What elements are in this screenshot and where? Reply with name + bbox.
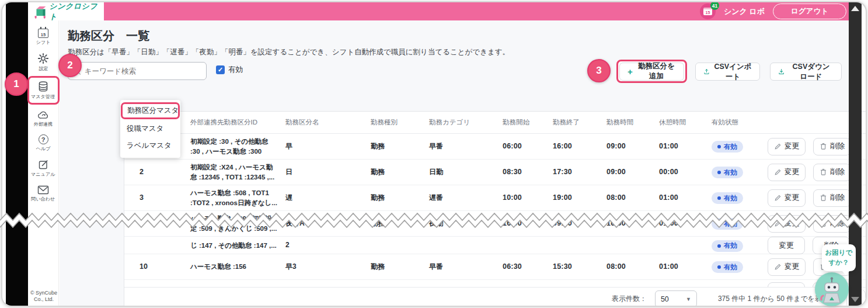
status-badge: 有効 bbox=[712, 141, 743, 153]
header-name: 勤務区分名 bbox=[285, 118, 371, 127]
help-icon: ? bbox=[39, 134, 48, 144]
cell-hours: 08:00 bbox=[606, 192, 659, 203]
cell-category: 遅番 bbox=[429, 193, 503, 203]
sidebar-item-shift[interactable]: 15 シフト bbox=[29, 25, 58, 50]
filter-label: 有効 bbox=[228, 65, 243, 75]
edit-button[interactable]: 変更 bbox=[768, 138, 806, 155]
upload-icon bbox=[703, 67, 710, 76]
trash-icon bbox=[820, 143, 827, 150]
screenshot-stage: シンクロシフト 15 41 シンク ロボ ログアウト 15 シフト bbox=[0, 0, 868, 308]
pagination-range-text: 375 件中 1 件から 50 件までを表示 bbox=[718, 294, 829, 304]
cell-break: 01:00 bbox=[659, 141, 712, 151]
sidebar-item-settings[interactable]: 設定 bbox=[29, 50, 58, 75]
cell-end: 17:30 bbox=[553, 167, 606, 177]
download-icon bbox=[778, 67, 785, 76]
pencil-icon bbox=[774, 143, 782, 150]
app-window: シンクロシフト 15 41 シンク ロボ ログアウト 15 シフト bbox=[1, 1, 867, 307]
keyword-search-input[interactable] bbox=[68, 62, 207, 80]
edit-button[interactable]: 変更 bbox=[768, 258, 806, 276]
user-avatar[interactable]: 15 41 bbox=[700, 4, 716, 19]
checkbox-checked-icon[interactable]: ✓ bbox=[216, 65, 225, 74]
database-icon bbox=[37, 81, 49, 92]
cell-ext-id: ハーモス勤怠 :509 , 初期設定 :509 , きんかくじ :509 ,..… bbox=[190, 214, 285, 233]
annotation-step-2: 2 bbox=[58, 54, 82, 77]
trash-icon bbox=[820, 168, 827, 176]
sidebar-item-contact[interactable]: 問い合わせ bbox=[29, 181, 58, 206]
cell-hours: 09:00 bbox=[606, 167, 659, 177]
cell-name: 夜番A bbox=[285, 219, 371, 229]
edit-button[interactable]: 変更 bbox=[768, 215, 806, 233]
gear-icon bbox=[37, 53, 49, 64]
table-row: 3 ハーモス勤怠 :508 , TOT1 :TOT2 , xronos日跨ぎなし… bbox=[124, 185, 867, 211]
search-input[interactable] bbox=[85, 67, 201, 75]
cell-name: 早3 bbox=[285, 262, 371, 272]
per-page-select[interactable]: 50 ▼ bbox=[655, 290, 697, 307]
header-start: 勤務開始 bbox=[503, 118, 553, 127]
scroll-up-arrow[interactable] bbox=[851, 6, 859, 11]
row-number: 2 bbox=[135, 167, 190, 177]
edit-button[interactable]: 変更 bbox=[768, 189, 806, 207]
table-header-row: 外部連携先勤務区分ID 勤務区分名 勤務種別 勤務カテゴリ 勤務開始 勤務終了 … bbox=[124, 112, 867, 134]
cell-ext-id: 初期設定 :30 , その他勤怠 :30 , ハーモス勤怠 :300 bbox=[190, 137, 285, 156]
cell-hours: 08:00 bbox=[606, 261, 659, 272]
edit-button[interactable]: 変更 bbox=[768, 237, 805, 254]
status-badge: 有効 bbox=[712, 167, 743, 178]
cell-name: 早 bbox=[285, 141, 371, 151]
top-navigation-bar: シンクロシフト 15 41 シンク ロボ ログアウト bbox=[28, 2, 849, 20]
csv-download-button[interactable]: CSVダウンロード bbox=[770, 63, 842, 81]
chatbot-tooltip: お困りですか？ bbox=[822, 244, 856, 271]
cell-category: 早番 bbox=[429, 262, 503, 272]
add-work-category-button[interactable]: + 勤務区分を追加 bbox=[619, 63, 684, 81]
notification-badge: 41 bbox=[710, 1, 719, 10]
table-row-torn: じ :147 , その他勤怠 :147 ,... 2 有効 変更 削除 bbox=[124, 237, 867, 254]
page-title: 勤務区分 一覧 bbox=[68, 28, 149, 44]
menu-item-label-master[interactable]: ラベルマスタ bbox=[120, 137, 180, 154]
cell-hours: 09:00 bbox=[606, 141, 659, 151]
trash-icon bbox=[820, 194, 827, 202]
envelope-icon bbox=[37, 185, 49, 195]
annotation-highlight-menu: 勤務区分マスタ bbox=[121, 102, 180, 119]
sidebar-item-master[interactable]: マスタ管理 bbox=[29, 78, 58, 103]
sidebar-nav: 15 シフト 設定 bbox=[28, 20, 59, 306]
csv-import-button[interactable]: CSVインポート bbox=[695, 63, 760, 81]
work-category-table: 外部連携先勤務区分ID 勤務区分名 勤務種別 勤務カテゴリ 勤務開始 勤務終了 … bbox=[124, 111, 867, 307]
page-description: 勤務区分は「早番」「日勤」「遅番」「夜勤」「明番」を設定することができ、シフト自… bbox=[68, 47, 510, 57]
header-ext-id: 外部連携先勤務区分ID bbox=[190, 118, 285, 127]
logout-button[interactable]: ログアウト bbox=[773, 4, 846, 19]
cell-break: 00:00 bbox=[659, 167, 712, 177]
cell-type: 勤務 bbox=[371, 141, 429, 151]
status-badge: 有効 bbox=[712, 192, 743, 204]
sidebar-item-external[interactable]: 外部連携 bbox=[29, 106, 58, 131]
table-pagination: 表示件数： 50 ▼ 375 件中 1 件から 50 件までを表示 ‹ › bbox=[124, 287, 867, 307]
menu-item-work-category-master[interactable]: 勤務区分マスタ bbox=[123, 104, 178, 117]
scroll-down-arrow[interactable] bbox=[851, 297, 859, 302]
copyright-text: © SynCube Co., Ltd. bbox=[29, 290, 58, 303]
header-status: 有効状態 bbox=[712, 118, 768, 127]
delete-button[interactable]: 削除 bbox=[813, 215, 851, 233]
cell-break: 01:00 bbox=[659, 261, 712, 272]
trash-icon bbox=[820, 220, 827, 227]
cell-type: 勤務 bbox=[371, 167, 429, 177]
edit-button[interactable]: 変更 bbox=[768, 164, 806, 181]
cell-end: 09:00 bbox=[553, 218, 606, 229]
menu-item-role-master[interactable]: 役職マスタ bbox=[120, 120, 180, 137]
sidebar-item-help[interactable]: ? ヘルプ bbox=[29, 131, 58, 156]
per-page-label: 表示件数： bbox=[612, 294, 647, 304]
cell-hours: 16:00 bbox=[606, 218, 659, 229]
cell-break: 01:00 bbox=[659, 218, 712, 229]
sidebar-item-manual[interactable]: マニュアル bbox=[29, 156, 58, 181]
annotation-step-1: 1 bbox=[5, 72, 28, 96]
cell-type: 勤務 bbox=[371, 262, 429, 272]
app-logo[interactable]: シンクロシフト bbox=[28, 2, 104, 20]
delete-button[interactable]: 削除 bbox=[813, 138, 851, 155]
annotation-step-3: 3 bbox=[587, 59, 611, 82]
cell-start: 10:00 bbox=[503, 192, 553, 203]
pencil-icon bbox=[774, 194, 782, 202]
annotation-highlight-add: + 勤務区分を追加 bbox=[616, 60, 687, 83]
header-hours: 勤務時間 bbox=[606, 118, 659, 127]
chatbot-button[interactable] bbox=[815, 272, 849, 306]
delete-button[interactable]: 削除 bbox=[813, 189, 851, 207]
delete-button[interactable]: 削除 bbox=[813, 164, 851, 181]
robot-icon bbox=[815, 272, 849, 306]
active-filter-checkbox[interactable]: ✓ 有効 bbox=[216, 65, 243, 75]
